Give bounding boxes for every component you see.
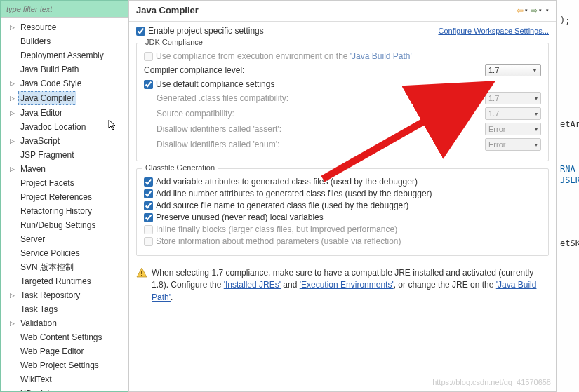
compliance-level-label: Compiler compliance level: — [144, 65, 485, 75]
tree-item-project-facets[interactable]: ▷Project Facets — [1, 176, 128, 190]
page-title: Java Compiler — [136, 5, 515, 15]
tree-item-validation[interactable]: ▷Validation — [1, 316, 128, 330]
tree-item-label: Validation — [18, 317, 59, 330]
warning-text: When selecting 1.7 compliance, make sure… — [152, 267, 549, 304]
expand-arrow-icon[interactable]: ▷ — [10, 289, 17, 302]
enable-project-settings-label: Enable project specific settings — [148, 26, 264, 36]
chevron-down-icon: ▾ — [535, 111, 538, 117]
tree-item-jsp-fragment[interactable]: ▷JSP Fragment — [1, 148, 128, 162]
tree-item-task-repository[interactable]: ▷Task Repository — [1, 288, 128, 302]
nav-arrows: ⇦▾ ⇨▾ ▾ — [515, 6, 549, 15]
warning-icon — [136, 267, 147, 278]
tree-item-label: Javadoc Location — [18, 121, 88, 133]
tree-item-java-build-path[interactable]: ▷Java Build Path — [1, 62, 128, 76]
view-menu-icon[interactable]: ▾ — [546, 8, 549, 13]
filter-box — [1, 1, 128, 18]
tree-item-service-policies[interactable]: ▷Service Policies — [1, 246, 128, 260]
expand-arrow-icon[interactable]: ▷ — [10, 107, 17, 119]
back-icon[interactable]: ⇦ — [515, 6, 525, 15]
tree-item-label: Refactoring History — [18, 205, 94, 217]
execution-env-link[interactable]: 'Execution Environments' — [300, 280, 394, 290]
expand-arrow-icon[interactable]: ▷ — [10, 92, 17, 104]
back-menu-icon[interactable]: ▾ — [525, 8, 528, 13]
tree-item-java-code-style[interactable]: ▷Java Code Style — [1, 76, 128, 90]
tree-item-run-debug-settings[interactable]: ▷Run/Debug Settings — [1, 218, 128, 232]
enum-select: Error▾ — [485, 138, 541, 151]
expand-arrow-icon[interactable]: ▷ — [10, 21, 17, 34]
forward-menu-icon[interactable]: ▾ — [539, 8, 542, 13]
tree-item-label: Web Content Settings — [18, 331, 105, 344]
forward-icon[interactable]: ⇨ — [529, 6, 539, 15]
watermark: https://blog.csdn.net/qq_41570658 — [432, 378, 551, 386]
tree-item-label: Java Code Style — [18, 77, 84, 90]
use-default-input[interactable] — [144, 80, 153, 89]
tree-item-server[interactable]: ▷Server — [1, 232, 128, 246]
tree-item-label: Run/Debug Settings — [18, 219, 98, 231]
tree-item-label: JSP Fragment — [18, 149, 76, 161]
store-meta-checkbox: Store information about method parameter… — [144, 236, 541, 246]
tree-item-label: Task Tags — [18, 303, 60, 316]
expand-arrow-icon[interactable]: ▷ — [10, 77, 17, 90]
tree-item-wikitext[interactable]: ▷WikiText — [1, 372, 128, 386]
tree-item-javadoc-location[interactable]: ▷Javadoc Location — [1, 120, 128, 134]
configure-workspace-link[interactable]: Configure Workspace Settings... — [438, 27, 549, 35]
tree-item-web-page-editor[interactable]: ▷Web Page Editor — [1, 344, 128, 358]
tree-item-label: Java Editor — [18, 107, 65, 119]
source-compat-label: Source compatibility: — [157, 109, 485, 119]
warning-box: When selecting 1.7 compliance, make sure… — [136, 264, 549, 306]
tree-item-label: JavaScript — [18, 135, 62, 147]
tree-item-svn-[interactable]: ▷SVN 版本控制 — [1, 260, 128, 274]
preserve-checkbox[interactable]: Preserve unused (never read) local varia… — [144, 212, 541, 222]
expand-arrow-icon[interactable]: ▷ — [10, 135, 17, 147]
tree-item-label: Resource — [18, 21, 58, 34]
chevron-down-icon: ▾ — [535, 142, 538, 148]
compliance-level-row: Compiler compliance level: 1.7▼ — [144, 64, 541, 76]
add-var-checkbox[interactable]: Add variable attributes to generated cla… — [144, 177, 541, 187]
enable-project-settings-input[interactable] — [136, 27, 145, 36]
source-compat-row: Source compatibility: 1.7▾ — [144, 107, 541, 120]
tree-item-resource[interactable]: ▷Resource — [1, 20, 128, 34]
installed-jres-link[interactable]: 'Installed JREs' — [224, 280, 281, 290]
editor-background: ); etAr RNA JSER etSK — [557, 0, 579, 392]
chevron-down-icon: ▾ — [535, 126, 538, 133]
expand-arrow-icon[interactable]: ▷ — [10, 387, 17, 391]
tree-item-java-compiler[interactable]: ▷Java Compiler — [1, 90, 128, 106]
compliance-level-select[interactable]: 1.7▼ — [485, 64, 541, 76]
filter-input[interactable] — [4, 4, 126, 15]
tree-item-builders[interactable]: ▷Builders — [1, 34, 128, 48]
tree-item-web-project-settings[interactable]: ▷Web Project Settings — [1, 358, 128, 372]
use-env-checkbox: Use compliance from execution environmen… — [144, 51, 541, 61]
tree-item-javascript[interactable]: ▷JavaScript — [1, 134, 128, 148]
tree-item-label: Task Repository — [18, 289, 82, 302]
expand-arrow-icon[interactable]: ▷ — [10, 163, 17, 175]
tree-item-project-references[interactable]: ▷Project References — [1, 190, 128, 204]
add-line-checkbox[interactable]: Add line number attributes to generated … — [144, 189, 541, 198]
tree-item-targeted-runtimes[interactable]: ▷Targeted Runtimes — [1, 274, 128, 288]
use-default-checkbox[interactable]: Use default compliance settings — [144, 79, 541, 89]
header: Java Compiler ⇦▾ ⇨▾ ▾ — [129, 1, 556, 22]
gen-class-label: Generated .class files compatibility: — [157, 93, 485, 103]
tree-item-web-content-settings[interactable]: ▷Web Content Settings — [1, 330, 128, 344]
tree-item-label: Maven — [18, 163, 48, 175]
tree-item-label: Deployment Assembly — [18, 49, 106, 62]
tree-item-xdoclet[interactable]: ▷XDoclet — [1, 386, 128, 391]
jdk-compliance-group: JDK Compliance Use compliance from execu… — [136, 43, 549, 161]
tree-item-maven[interactable]: ▷Maven — [1, 162, 128, 176]
expand-arrow-icon[interactable]: ▷ — [10, 317, 17, 330]
tree-item-refactoring-history[interactable]: ▷Refactoring History — [1, 204, 128, 218]
use-default-label: Use default compliance settings — [156, 79, 274, 89]
tree-item-label: Server — [18, 233, 47, 245]
main-panel: Java Compiler ⇦▾ ⇨▾ ▾ Enable project spe… — [128, 0, 557, 392]
assert-row: Disallow identifiers called 'assert': Er… — [144, 123, 541, 135]
tree-item-label: Web Page Editor — [18, 345, 86, 358]
enable-project-settings-checkbox[interactable]: Enable project specific settings — [136, 26, 264, 36]
tree-item-deployment-assembly[interactable]: ▷Deployment Assembly — [1, 48, 128, 62]
preferences-tree[interactable]: ▷Resource▷Builders▷Deployment Assembly▷J… — [1, 18, 128, 391]
add-source-checkbox[interactable]: Add source file name to generated class … — [144, 201, 541, 210]
use-env-input — [144, 52, 153, 61]
tree-item-java-editor[interactable]: ▷Java Editor — [1, 106, 128, 120]
assert-select: Error▾ — [485, 123, 541, 135]
gen-class-row: Generated .class files compatibility: 1.… — [144, 92, 541, 104]
tree-item-task-tags[interactable]: ▷Task Tags — [1, 302, 128, 316]
tree-item-label: Targeted Runtimes — [18, 275, 93, 288]
